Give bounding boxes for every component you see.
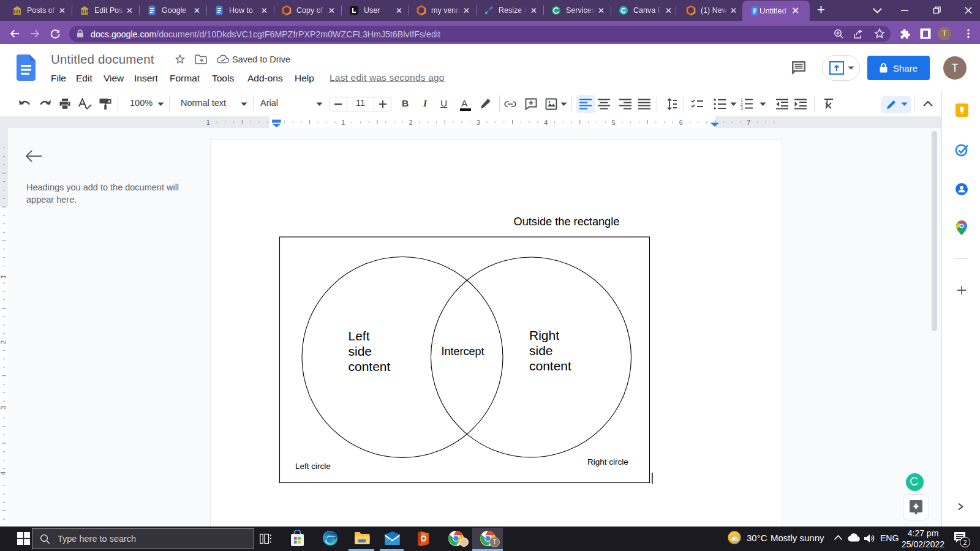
svg-text:content: content <box>349 359 391 373</box>
svg-text:Right: Right <box>529 328 559 342</box>
svg-text:3: 3 <box>477 119 480 126</box>
svg-text:Left circle: Left circle <box>295 462 331 471</box>
svg-text:1: 1 <box>0 275 7 279</box>
svg-text:Right circle: Right circle <box>587 457 628 467</box>
svg-text:3: 3 <box>0 406 7 410</box>
svg-text:2: 2 <box>409 119 413 126</box>
svg-text:Intercept: Intercept <box>442 345 484 358</box>
svg-text:content: content <box>529 359 571 373</box>
svg-text:7: 7 <box>747 119 750 126</box>
svg-text:3: 3 <box>741 106 743 110</box>
svg-text:side: side <box>529 343 553 358</box>
svg-text:4: 4 <box>544 119 548 126</box>
svg-text:5: 5 <box>611 119 615 126</box>
svg-text:2: 2 <box>0 340 7 344</box>
svg-text:1: 1 <box>206 119 210 126</box>
svg-text:4: 4 <box>0 471 7 475</box>
svg-text:side: side <box>349 344 372 358</box>
svg-text:1: 1 <box>341 119 345 126</box>
svg-text:Left: Left <box>349 329 370 343</box>
svg-text:Outside the rectangle: Outside the rectangle <box>514 216 620 228</box>
svg-text:6: 6 <box>679 119 683 126</box>
